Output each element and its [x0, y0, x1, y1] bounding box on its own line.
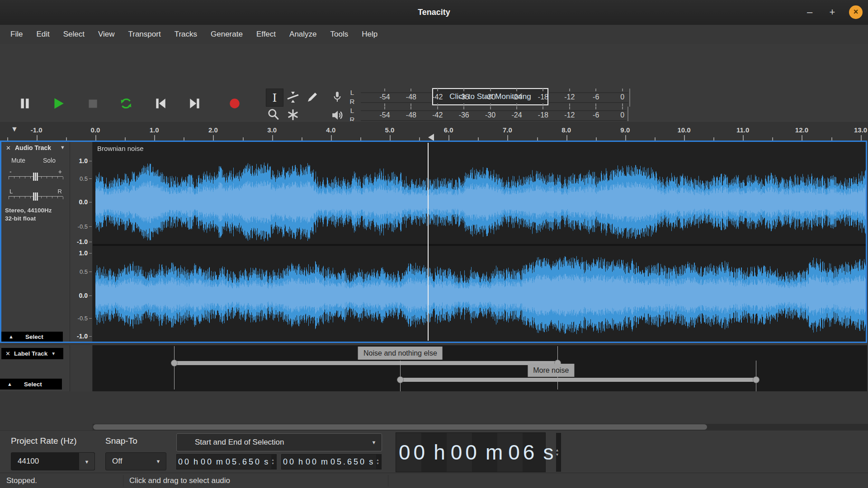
menu-help[interactable]: Help — [355, 25, 384, 44]
label-track-select-row[interactable]: ▲ Select — [0, 379, 62, 389]
minimize-button[interactable]: – — [803, 6, 816, 19]
timeline-label: 5.0 — [385, 126, 395, 134]
playhead-marker-icon[interactable] — [428, 134, 434, 141]
meter-tick — [622, 107, 623, 109]
project-rate-select[interactable]: 44100 ▼ — [11, 452, 95, 470]
label-track-select-button[interactable]: Select — [24, 381, 42, 388]
label-bar[interactable] — [174, 361, 557, 365]
timeline-options-pin-icon[interactable]: ▼ — [11, 125, 18, 133]
playback-meter-speaker-icon[interactable] — [331, 108, 344, 122]
play-button[interactable] — [52, 97, 65, 110]
multi-tool-button[interactable] — [286, 108, 300, 122]
menu-analyze[interactable]: Analyze — [283, 25, 323, 44]
toolbar-dock: I L R Click to Start — [0, 44, 868, 121]
gain-slider[interactable]: - + — [9, 168, 63, 183]
label-track-control-panel[interactable]: ✕ Label Track ▼ ▲ Select — [0, 345, 70, 391]
meter-db-label: 0 — [620, 111, 624, 119]
record-meter-right-label: R — [349, 98, 355, 105]
sel-end-hours[interactable]: 00 — [282, 457, 297, 467]
track-select-button[interactable]: Select — [25, 333, 43, 340]
audio-track-control-panel[interactable]: ✕ Audio Track ▼ Mute Solo - + L R Stereo… — [1, 142, 70, 342]
mute-button[interactable]: Mute — [11, 157, 25, 164]
horizontal-scrollbar-thumb[interactable] — [93, 424, 707, 430]
menu-file[interactable]: File — [4, 25, 29, 44]
waveform-channel-left[interactable] — [93, 142, 866, 244]
label-bar[interactable] — [400, 378, 755, 382]
position-minutes[interactable]: 00 — [448, 440, 483, 465]
position-seconds[interactable]: 06 — [505, 440, 540, 465]
menu-edit[interactable]: Edit — [29, 25, 56, 44]
sel-end-minutes[interactable]: 00 — [304, 457, 320, 467]
vertical-scale-ruler[interactable]: 1.00.50.0-0.5-1.01.00.50.0-0.5-1.0 — [70, 142, 93, 342]
sel-end-seconds[interactable]: 05.650 — [329, 457, 368, 467]
snap-to-select[interactable]: Off ▼ — [105, 452, 166, 470]
menu-transport[interactable]: Transport — [122, 25, 168, 44]
pan-slider[interactable]: L R — [9, 188, 63, 203]
envelope-tool-button[interactable] — [286, 91, 300, 103]
track-menu-caret-icon[interactable]: ▼ — [51, 351, 56, 356]
stop-button[interactable] — [86, 97, 99, 110]
sel-start-hours[interactable]: 00 — [177, 457, 192, 467]
sel-start-seconds[interactable]: 05.650 — [224, 457, 263, 467]
clip-title[interactable]: Brownian noise — [97, 145, 144, 152]
sel-start-minutes[interactable]: 00 — [199, 457, 215, 467]
label-handle[interactable] — [397, 376, 404, 383]
time-spinner[interactable]: ▴ ▾ — [271, 455, 276, 469]
spin-down-icon[interactable]: ▾ — [271, 462, 277, 465]
skip-to-end-button[interactable] — [188, 97, 202, 110]
label-text[interactable]: Noise and nothing else — [358, 347, 443, 360]
selection-start-field[interactable]: 00 h 00 m 05.650 s ▴ ▾ — [176, 454, 277, 469]
draw-tool-button[interactable] — [306, 91, 319, 103]
spin-down-icon[interactable]: ▾ — [376, 462, 382, 465]
waveform-channel-right[interactable] — [93, 246, 866, 342]
label-stalk[interactable] — [400, 361, 401, 391]
slider-tick — [63, 177, 63, 179]
maximize-button[interactable]: + — [826, 6, 839, 19]
track-title[interactable]: Audio Track — [15, 144, 51, 151]
collapse-icon[interactable]: ▲ — [9, 334, 14, 339]
label-track-header[interactable]: ✕ Label Track ▼ — [1, 348, 63, 359]
audio-position-field[interactable]: 00 h 00 m 06 s ▴ ▾ — [396, 432, 546, 472]
menu-select[interactable]: Select — [57, 25, 91, 44]
title-bar[interactable]: Tenacity – + × — [0, 0, 868, 25]
close-track-icon[interactable]: ✕ — [6, 145, 13, 151]
time-spinner[interactable]: ▴ ▾ — [376, 455, 381, 469]
time-spinner[interactable]: ▴ ▾ — [556, 433, 561, 472]
zoom-tool-button[interactable] — [267, 108, 280, 122]
menu-view[interactable]: View — [91, 25, 122, 44]
loop-button[interactable] — [119, 97, 133, 110]
horizontal-scrollbar[interactable] — [93, 424, 868, 430]
status-bar: Stopped. Click and drag to select audio — [0, 473, 868, 488]
selection-mode-select[interactable]: Start and End of Selection ▼ — [176, 433, 382, 451]
slider-tick — [14, 197, 14, 198]
recording-meter[interactable]: Click to Start Monitoring -54-48-42-36-3… — [360, 89, 630, 107]
record-button[interactable] — [228, 97, 241, 110]
label-handle[interactable] — [171, 360, 178, 366]
position-hours[interactable]: 00 — [396, 440, 431, 465]
timeline-label: 2.0 — [208, 126, 218, 134]
timeline-tick — [390, 135, 391, 141]
close-button[interactable]: × — [849, 5, 863, 19]
selection-end-field[interactable]: 00 h 00 m 05.650 s ▴ ▾ — [281, 454, 382, 469]
solo-button[interactable]: Solo — [43, 157, 56, 164]
collapse-icon[interactable]: ▲ — [7, 381, 12, 387]
label-handle[interactable] — [753, 376, 760, 383]
track-select-row[interactable]: ▲ Select — [1, 332, 63, 342]
menu-tracks[interactable]: Tracks — [168, 25, 204, 44]
pause-button[interactable] — [18, 97, 32, 110]
menu-tools[interactable]: Tools — [324, 25, 355, 44]
label-track-area[interactable]: Noise and nothing elseMore noise — [93, 345, 867, 391]
label-stalk[interactable] — [756, 361, 756, 391]
timeline-ruler[interactable]: ▼ -1.00.01.02.03.04.05.06.07.08.09.010.0… — [0, 121, 868, 141]
close-track-icon[interactable]: ✕ — [5, 350, 10, 357]
record-meter-mic-icon[interactable] — [331, 90, 344, 104]
label-track-title[interactable]: Label Track — [14, 350, 47, 357]
menu-effect[interactable]: Effect — [250, 25, 283, 44]
spin-down-icon[interactable]: ▾ — [553, 452, 564, 457]
menu-generate[interactable]: Generate — [204, 25, 250, 44]
label-text[interactable]: More noise — [528, 364, 574, 377]
skip-to-start-button[interactable] — [154, 97, 167, 110]
selection-tool-button[interactable]: I — [266, 89, 283, 107]
track-menu-caret-icon[interactable]: ▼ — [60, 145, 65, 150]
label-stalk[interactable] — [174, 346, 175, 389]
